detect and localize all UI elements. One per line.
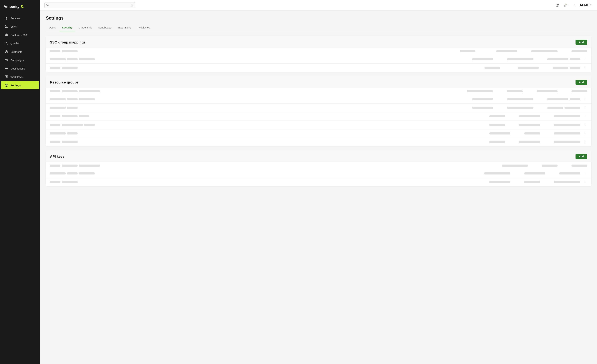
table-row (46, 88, 591, 95)
svg-point-18 (585, 66, 585, 67)
svg-point-24 (585, 106, 585, 107)
api-keys-section: API keys Add (46, 150, 591, 186)
sso-add-button[interactable]: Add (575, 40, 587, 45)
campaigns-icon (5, 58, 8, 62)
svg-point-2 (6, 34, 7, 35)
table-row (46, 103, 591, 112)
svg-point-11 (566, 4, 566, 4)
table-row (46, 95, 591, 103)
customer360-icon (5, 33, 8, 37)
api-keys-body (46, 162, 591, 186)
table-row (46, 112, 591, 121)
svg-point-13 (574, 5, 574, 5)
settings-icon (5, 83, 8, 87)
sidebar-item-settings[interactable]: Settings (1, 81, 39, 89)
svg-point-29 (585, 117, 585, 117)
page-content: Settings Users Security Credentials Sand… (40, 10, 597, 364)
resource-groups-body (46, 88, 591, 146)
sso-section: SSO group mappings Add (46, 36, 591, 72)
svg-point-30 (585, 124, 585, 124)
svg-point-23 (585, 100, 585, 100)
table-row (46, 121, 591, 129)
api-keys-title: API keys (50, 155, 64, 158)
resource-groups-section: Resource groups Add (46, 76, 591, 146)
svg-point-27 (585, 115, 585, 115)
more-menu-button[interactable] (571, 2, 577, 8)
sources-icon (5, 16, 8, 20)
tab-sandboxes[interactable]: Sandboxes (95, 24, 114, 31)
main-content: / ACME Settings Users Securi (40, 0, 597, 364)
api-keys-header: API keys Add (46, 150, 591, 162)
svg-point-31 (585, 124, 585, 125)
sidebar-item-queries[interactable]: Queries (1, 39, 39, 47)
svg-point-28 (585, 116, 585, 116)
sidebar-label-segments: Segments (10, 50, 22, 53)
svg-point-1 (5, 34, 8, 36)
table-row (46, 162, 591, 169)
stitch-icon (5, 25, 8, 28)
table-row (46, 169, 591, 178)
logo-name: Amperity (3, 4, 19, 9)
svg-point-44 (585, 182, 585, 183)
svg-point-19 (585, 67, 585, 68)
table-row (46, 55, 591, 63)
table-row (46, 129, 591, 138)
user-tenant-button[interactable]: ACME (580, 3, 593, 7)
table-row (46, 48, 591, 55)
gift-button[interactable] (563, 2, 568, 8)
search-input[interactable] (50, 4, 129, 7)
segments-icon (5, 50, 8, 54)
svg-point-14 (574, 6, 574, 6)
tenant-name: ACME (580, 3, 589, 7)
svg-point-21 (585, 98, 585, 98)
sidebar-item-customer360[interactable]: Customer 360 (1, 31, 39, 39)
help-button[interactable] (555, 2, 560, 8)
tab-security[interactable]: Security (59, 24, 75, 31)
sidebar-label-stitch: Stitch (10, 25, 17, 28)
app-logo: Amperity & (0, 0, 40, 14)
svg-point-41 (585, 174, 585, 174)
table-row (46, 178, 591, 186)
svg-point-12 (574, 4, 574, 5)
sidebar-item-campaigns[interactable]: Campaigns (1, 56, 39, 64)
logo-ampersand: & (20, 4, 24, 9)
api-keys-add-button[interactable]: Add (575, 154, 587, 159)
sidebar-item-stitch[interactable]: Stitch (1, 23, 39, 31)
sidebar-label-workflows: Workflows (10, 75, 23, 79)
svg-point-36 (585, 141, 585, 141)
search-bar[interactable]: / (44, 2, 135, 8)
sidebar-label-customer360: Customer 360 (10, 33, 27, 37)
row-menu[interactable] (584, 57, 587, 61)
sidebar-item-segments[interactable]: Segments (1, 48, 39, 56)
svg-point-9 (557, 6, 558, 6)
sso-section-header: SSO group mappings Add (46, 36, 591, 48)
table-row (46, 63, 591, 72)
svg-point-39 (585, 172, 585, 173)
svg-point-26 (585, 108, 585, 109)
table-row (46, 138, 591, 146)
sidebar-item-workflows[interactable]: Workflows (1, 73, 39, 81)
tab-users[interactable]: Users (46, 24, 59, 31)
sso-table-body (46, 48, 591, 72)
workflows-icon (5, 75, 8, 79)
queries-icon (5, 41, 8, 45)
resource-groups-add-button[interactable]: Add (575, 80, 587, 85)
sidebar-label-sources: Sources (10, 17, 20, 20)
sidebar-item-sources[interactable]: Sources (1, 14, 39, 22)
tab-activity-log[interactable]: Activity log (134, 24, 153, 31)
resource-groups-header: Resource groups Add (46, 76, 591, 88)
svg-point-17 (585, 60, 585, 60)
destinations-icon (5, 67, 8, 70)
tab-integrations[interactable]: Integrations (114, 24, 134, 31)
svg-point-15 (585, 58, 585, 58)
svg-point-38 (585, 142, 585, 143)
svg-point-35 (585, 134, 585, 134)
sidebar-label-destinations: Destinations (10, 67, 25, 70)
sso-section-title: SSO group mappings (50, 40, 86, 44)
resource-groups-title: Resource groups (50, 80, 79, 84)
sidebar-item-destinations[interactable]: Destinations (1, 64, 39, 72)
page-title: Settings (46, 15, 591, 21)
svg-point-6 (6, 85, 7, 86)
tab-credentials[interactable]: Credentials (75, 24, 95, 31)
svg-point-42 (585, 181, 585, 181)
